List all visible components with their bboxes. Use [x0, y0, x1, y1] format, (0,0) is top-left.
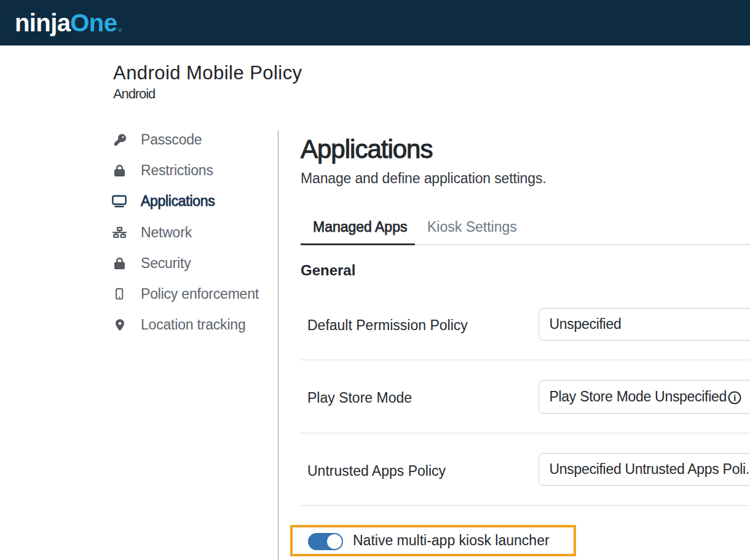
svg-text:i: i: [733, 393, 736, 403]
